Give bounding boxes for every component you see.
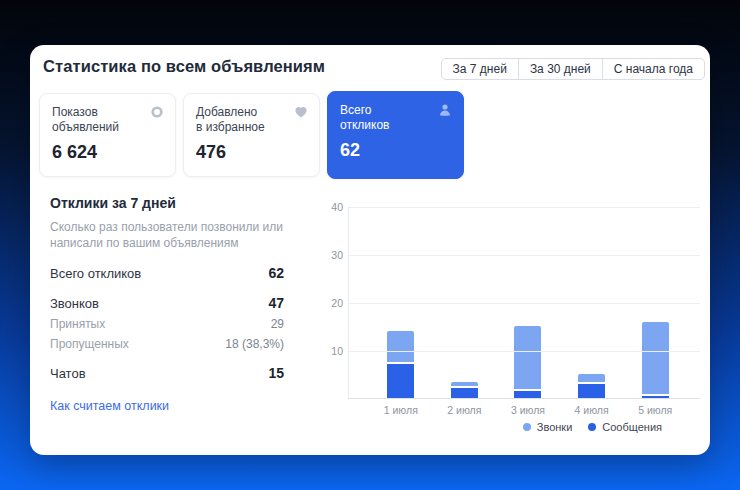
bar-column bbox=[496, 326, 560, 398]
gridline bbox=[349, 255, 700, 256]
bar-segment-messages bbox=[578, 384, 605, 398]
bar-segment-calls bbox=[642, 322, 669, 394]
y-axis-tick-label: 20 bbox=[331, 297, 343, 309]
stat-card-label: в избранное bbox=[196, 120, 307, 135]
responses-summary: Отклики за 7 дней Сколько раз пользовате… bbox=[50, 195, 284, 414]
row-label: Звонков bbox=[50, 296, 99, 311]
stat-card-label: откликов bbox=[340, 118, 451, 133]
row-value: 15 bbox=[268, 365, 284, 381]
responses-count: 62 bbox=[340, 140, 451, 161]
stacked-bar bbox=[451, 382, 478, 398]
row-label: Пропущенных bbox=[50, 337, 129, 351]
stat-card-label: объявлений bbox=[52, 120, 163, 135]
row-value: 29 bbox=[271, 317, 284, 331]
legend-dot bbox=[588, 423, 596, 431]
stat-card-label: Добавлено bbox=[196, 105, 307, 120]
bar-segment-messages bbox=[514, 391, 541, 398]
row-value: 62 bbox=[268, 265, 284, 281]
y-axis-tick-label: 30 bbox=[331, 249, 343, 261]
heart-icon bbox=[293, 104, 309, 120]
row-label: Принятых bbox=[50, 317, 105, 331]
person-icon bbox=[437, 102, 453, 118]
bar-column bbox=[433, 382, 497, 398]
filter-7-days-button[interactable]: За 7 дней bbox=[441, 58, 519, 80]
row-label: Чатов bbox=[50, 366, 86, 381]
y-axis-tick-label: 40 bbox=[331, 201, 343, 213]
period-filter-group: За 7 дней За 30 дней С начала года bbox=[442, 58, 705, 80]
row-value: 47 bbox=[268, 295, 284, 311]
chart-x-axis-labels: 1 июля2 июля3 июля4 июля5 июля bbox=[349, 404, 700, 416]
stacked-bar bbox=[387, 331, 414, 398]
legend-item: Сообщения bbox=[588, 421, 662, 433]
gridline bbox=[349, 207, 700, 208]
stacked-bar bbox=[578, 374, 605, 398]
x-axis-tick-label: 2 июля bbox=[433, 404, 497, 416]
legend-item: Звонки bbox=[523, 421, 573, 433]
stat-card-label: Всего bbox=[340, 103, 451, 118]
bar-column bbox=[369, 331, 433, 398]
row-total-responses: Всего откликов 62 bbox=[50, 265, 284, 281]
row-calls: Звонков 47 bbox=[50, 295, 284, 311]
row-value: 18 (38,3%) bbox=[225, 337, 284, 351]
x-axis-tick-label: 4 июля bbox=[560, 404, 624, 416]
bar-segment-messages bbox=[642, 396, 669, 398]
bar-segment-calls bbox=[387, 331, 414, 362]
legend-dot bbox=[523, 423, 531, 431]
legend-label: Звонки bbox=[537, 421, 573, 433]
stacked-bar bbox=[514, 326, 541, 398]
how-responses-counted-link[interactable]: Как считаем отклики bbox=[50, 399, 169, 413]
bar-column bbox=[560, 374, 624, 398]
y-axis-tick-label: 10 bbox=[331, 345, 343, 357]
favorites-count: 476 bbox=[196, 142, 307, 163]
stacked-bar bbox=[642, 322, 669, 398]
legend-label: Сообщения bbox=[602, 421, 662, 433]
eye-icon bbox=[149, 104, 165, 120]
views-count: 6 624 bbox=[52, 142, 163, 163]
bar-segment-messages bbox=[451, 388, 478, 398]
stat-card-favorites[interactable]: Добавлено в избранное 476 bbox=[183, 93, 320, 177]
row-label: Всего откликов bbox=[50, 266, 141, 281]
x-axis-tick-label: 5 июля bbox=[623, 404, 687, 416]
bar-segment-messages bbox=[387, 364, 414, 398]
gridline bbox=[349, 303, 700, 304]
stat-cards-row: Показов объявлений 6 624 Добавлено в изб… bbox=[39, 93, 464, 179]
bar-segment-calls bbox=[578, 374, 605, 381]
bar-column bbox=[623, 322, 687, 398]
section-description: Сколько раз пользователи позвонили или н… bbox=[50, 219, 284, 251]
stat-card-responses[interactable]: Всего откликов 62 bbox=[327, 91, 464, 179]
bar-segment-calls bbox=[514, 326, 541, 388]
responses-bar-chart: 1 июля2 июля3 июля4 июля5 июля 10203040 bbox=[348, 207, 700, 399]
gridline bbox=[349, 351, 700, 352]
x-axis-tick-label: 3 июля bbox=[496, 404, 560, 416]
filter-30-days-button[interactable]: За 30 дней bbox=[518, 58, 603, 80]
page-title: Статистика по всем объявлениям bbox=[43, 57, 325, 76]
row-calls-missed: Пропущенных 18 (38,3%) bbox=[50, 337, 284, 351]
stat-card-views[interactable]: Показов объявлений 6 624 bbox=[39, 93, 176, 177]
row-chats: Чатов 15 bbox=[50, 365, 284, 381]
statistics-panel: Статистика по всем объявлениям За 7 дней… bbox=[30, 45, 710, 455]
x-axis-tick-label: 1 июля bbox=[369, 404, 433, 416]
chart-legend: ЗвонкиСообщения bbox=[523, 421, 662, 433]
stat-card-label: Показов bbox=[52, 105, 163, 120]
filter-year-button[interactable]: С начала года bbox=[602, 58, 705, 80]
row-calls-accepted: Принятых 29 bbox=[50, 317, 284, 331]
section-heading: Отклики за 7 дней bbox=[50, 195, 284, 211]
